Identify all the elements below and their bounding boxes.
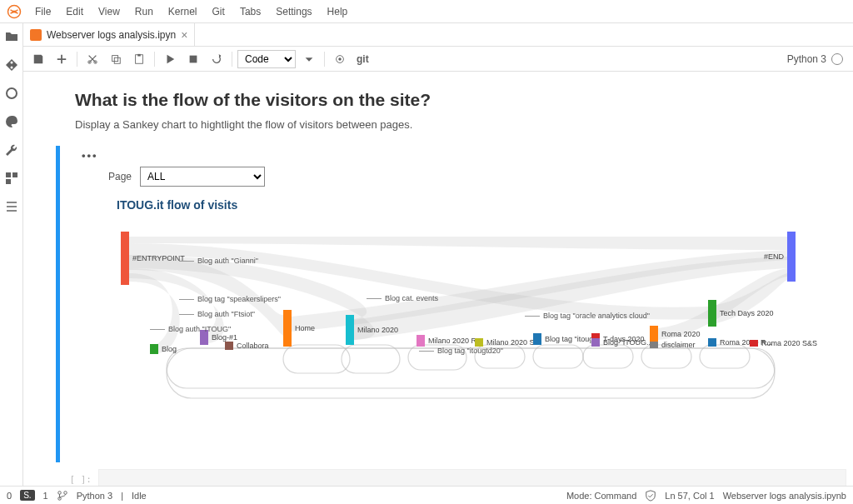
svg-rect-4 [6,172,11,177]
menu-settings[interactable]: Settings [269,2,318,21]
sankey-link-label: Blog tag "oracle analytics cloud" [525,312,650,320]
add-icon[interactable] [52,49,72,69]
sankey-node-end[interactable]: #END [787,232,796,282]
sankey-node-entry[interactable]: #ENTRYPOINT [121,232,129,285]
git-icon[interactable] [5,58,18,72]
sankey-node-label: Blog "ITOUG..." [603,338,656,347]
sankey-link-label: Blog cat. events [367,294,438,302]
palette-icon[interactable] [5,115,18,128]
stop-icon[interactable] [183,49,203,69]
sankey-node-blog[interactable]: Blog [150,344,158,354]
sankey-node-label: Roma 2020 S&S [761,339,817,347]
sankey-node-label: Blog tag "itoug" [545,335,596,343]
sankey-node-milano2020[interactable]: Milano 2020 [346,315,354,345]
cell-prompt: [ ]: [65,469,98,486]
paste-icon[interactable] [129,49,149,69]
sankey-node-home[interactable]: Home [283,310,292,347]
status-mode: Mode: Command [566,491,636,501]
code-input[interactable] [98,469,846,486]
sankey-node-blogtagitoug[interactable]: Blog tag "itoug" [533,333,541,345]
cell-type-select[interactable]: Code [237,50,296,68]
markdown-heading: What is the flow of the visitors on the … [75,90,836,110]
tab-close-icon[interactable]: × [181,28,187,42]
svg-point-2 [10,67,12,69]
shield-icon [645,490,656,502]
widget-label-page: Page [108,171,132,182]
svg-rect-9 [112,55,118,61]
empty-code-cell[interactable]: [ ]: [65,469,846,486]
sankey-node-milano2020s[interactable]: Milano 2020 S... [475,338,483,347]
sankey-node-collabora[interactable]: Collabora [225,342,233,350]
kernel-status-icon [831,53,843,65]
kernel-name[interactable]: Python 3 [787,53,826,65]
tab-notebook[interactable]: Webserver logs analysis.ipyn × [23,23,195,46]
sankey-node-roma2020r[interactable]: Roma 2020 R... [708,338,716,347]
svg-rect-10 [114,57,120,63]
menu-kernel[interactable]: Kernel [162,2,204,21]
sankey-node-disclaimer[interactable]: disclaimer [650,342,658,348]
extensions-icon[interactable] [5,172,18,185]
sankey-link-label: Blog auth "ITOUG" [150,325,231,333]
status-bar: 0 S. 1 Python 3 | Idle Mode: Command Ln … [0,486,853,504]
restart-icon[interactable] [207,49,227,69]
sankey-node-label: Tech Days 2020 [720,309,774,317]
git-branch-icon[interactable] [57,490,68,502]
sankey-node-label: #ENTRYPOINT [132,254,185,262]
sankey-node-roma2020ss[interactable]: Roma 2020 S&S [750,340,758,347]
notebook-icon [30,29,42,41]
folder-icon[interactable] [5,30,18,43]
menu-git[interactable]: Git [206,2,232,21]
status-badge: S. [20,490,34,501]
target-icon[interactable] [330,49,350,69]
svg-rect-6 [6,179,11,184]
sankey-node-blogitoug[interactable]: Blog "ITOUG..." [591,338,600,347]
sankey-link-label: Blog tag "itougtd20" [419,347,503,355]
jupyter-icon [7,4,22,19]
sankey-node-label: #END [764,252,784,261]
notebook-toolbar: Code git Python 3 [23,47,853,72]
wrench-icon[interactable] [5,143,18,157]
sankey-node-label: Milano 2020 [357,326,398,334]
sankey-link-label: Blog auth "Ftsiot" [179,310,255,318]
status-left-0: 0 [7,491,12,501]
menu-tabs[interactable]: Tabs [233,2,267,21]
menu-view[interactable]: View [92,2,127,21]
sankey-link-label: Blog auth "Gianni" [179,257,258,265]
svg-point-1 [10,62,12,64]
menu-edit[interactable]: Edit [59,2,90,21]
sankey-node-milano2020r[interactable]: Milano 2020 R... [417,335,425,347]
widget-select-page[interactable]: ALL [140,167,265,187]
git-tool-label[interactable]: git [353,49,372,69]
sankey-node-label: Blog-#1 [212,333,237,342]
sankey-node-label: Collabora [237,342,269,350]
status-kernel[interactable]: Python 3 [77,491,112,501]
save-icon[interactable] [28,49,48,69]
collapsed-input-indicator[interactable]: ••• [75,149,836,162]
menu-run[interactable]: Run [128,2,160,21]
tab-title: Webserver logs analysis.ipyn [47,29,176,41]
tab-bar: Webserver logs analysis.ipyn × [23,23,853,47]
notebook-area[interactable]: What is the flow of the visitors on the … [23,72,853,486]
cut-icon[interactable] [82,49,102,69]
menu-file[interactable]: File [28,2,57,21]
copy-icon[interactable] [106,49,126,69]
sankey-node-label: Roma 2020 [661,330,701,338]
sankey-node-techdays[interactable]: Tech Days 2020 [708,300,716,327]
chevron-down-icon[interactable] [299,49,319,69]
svg-point-15 [338,57,342,61]
svg-rect-12 [137,53,141,56]
toc-icon[interactable] [5,200,18,213]
sankey-node-roma2020[interactable]: Roma 2020 [650,326,658,342]
menu-help[interactable]: Help [321,2,355,21]
svg-rect-13 [190,55,197,62]
svg-rect-18 [283,345,350,373]
sankey-link-label: Blog tag "speakerslipers" [179,295,281,303]
running-icon[interactable] [5,87,18,100]
activity-bar [0,23,23,486]
status-cursor: Ln 57, Col 1 [665,491,714,501]
sankey-chart[interactable]: #ENTRYPOINTBlogBlog-#1CollaboraHomeMilan… [117,232,800,448]
svg-point-26 [57,491,61,494]
run-icon[interactable] [160,49,180,69]
sankey-node-label: Home [295,324,315,332]
svg-rect-16 [167,348,775,398]
